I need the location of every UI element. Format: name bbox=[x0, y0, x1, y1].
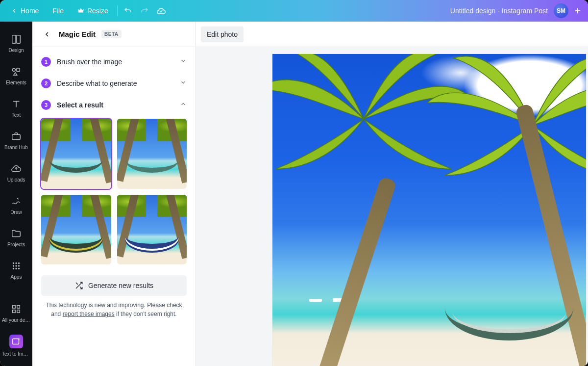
redo-button[interactable] bbox=[136, 2, 153, 19]
step-select-result[interactable]: 3 Select a result bbox=[41, 94, 187, 116]
avatar[interactable]: SM bbox=[554, 3, 568, 18]
result-2[interactable] bbox=[117, 119, 187, 189]
svg-rect-19 bbox=[17, 310, 20, 313]
panel-title: Magic Edit bbox=[59, 30, 96, 38]
result-1[interactable] bbox=[41, 119, 111, 189]
step-label: Select a result bbox=[57, 101, 174, 109]
step-describe[interactable]: 2 Describe what to generate bbox=[41, 73, 187, 94]
plus-icon bbox=[573, 6, 582, 15]
svg-point-7 bbox=[13, 262, 14, 263]
nav-brand-hub[interactable]: Brand Hub bbox=[0, 125, 32, 156]
nav-label: Projects bbox=[1, 242, 31, 247]
sparkle-image-icon bbox=[11, 336, 22, 347]
report-images-link[interactable]: report these images bbox=[63, 311, 115, 317]
canvas-toolbar: Edit photo bbox=[196, 22, 588, 47]
step-number: 2 bbox=[41, 78, 51, 88]
briefcase-icon bbox=[11, 131, 22, 142]
home-button[interactable]: Home bbox=[4, 0, 46, 22]
crown-icon bbox=[77, 7, 84, 14]
nav-label: Design bbox=[1, 48, 31, 53]
beta-badge: BETA bbox=[101, 30, 121, 38]
boats-decoration bbox=[297, 300, 492, 301]
chevron-down-icon bbox=[180, 57, 187, 66]
nav-label: All your desi... bbox=[1, 317, 31, 323]
nav-draw[interactable]: Draw bbox=[0, 189, 32, 221]
magic-edit-panel: Magic Edit BETA 1 Brush over the image 2… bbox=[32, 22, 196, 366]
nav-uploads[interactable]: Uploads bbox=[0, 157, 32, 188]
panel-header: Magic Edit BETA bbox=[32, 22, 196, 47]
resize-menu[interactable]: Resize bbox=[71, 0, 115, 22]
add-collaborator-button[interactable] bbox=[571, 4, 584, 17]
step-brush[interactable]: 1 Brush over the image bbox=[41, 51, 187, 73]
disclaimer-text-b: if they don't seem right. bbox=[115, 311, 177, 317]
svg-point-9 bbox=[18, 262, 20, 263]
svg-point-10 bbox=[13, 265, 14, 266]
nav-label: Brand Hub bbox=[1, 145, 31, 150]
grid-icon bbox=[11, 304, 22, 314]
result-3[interactable] bbox=[41, 195, 111, 265]
svg-rect-20 bbox=[13, 339, 19, 344]
shapes-icon bbox=[11, 66, 22, 77]
svg-rect-18 bbox=[13, 310, 16, 313]
stage[interactable] bbox=[196, 47, 588, 366]
nav-elements[interactable]: Elements bbox=[0, 60, 32, 91]
svg-point-15 bbox=[18, 267, 20, 269]
result-4[interactable] bbox=[117, 195, 187, 265]
svg-point-8 bbox=[15, 262, 17, 263]
file-label: File bbox=[52, 7, 64, 15]
apps-grid-icon bbox=[11, 261, 22, 271]
chevron-down-icon bbox=[180, 79, 187, 88]
folder-icon bbox=[11, 228, 22, 239]
generate-new-results-button[interactable]: Generate new results bbox=[41, 275, 187, 296]
nav-projects[interactable]: Projects bbox=[0, 222, 32, 253]
cloud-sync-button[interactable] bbox=[153, 2, 170, 19]
undo-icon bbox=[123, 6, 132, 15]
step-number: 1 bbox=[41, 57, 51, 67]
nav-label: Uploads bbox=[1, 177, 31, 183]
canvas-area: Edit photo bbox=[196, 22, 588, 366]
svg-rect-17 bbox=[17, 305, 20, 308]
svg-point-14 bbox=[15, 267, 17, 269]
text-icon bbox=[11, 99, 22, 109]
chevron-up-icon bbox=[180, 101, 187, 109]
nav-text-to-image[interactable]: Text to Image bbox=[0, 330, 32, 361]
svg-point-4 bbox=[12, 68, 15, 71]
results-grid bbox=[32, 116, 196, 264]
cloud-upload-icon bbox=[11, 163, 22, 174]
top-bar: Home File Resize Untitled design - Insta… bbox=[0, 0, 588, 22]
nav-label: Apps bbox=[1, 274, 31, 280]
avatar-initials: SM bbox=[557, 7, 565, 14]
palm-fronds-right bbox=[423, 54, 586, 220]
undo-button[interactable] bbox=[120, 2, 136, 19]
nav-text[interactable]: Text bbox=[0, 92, 32, 124]
step-label: Brush over the image bbox=[57, 58, 174, 66]
step-number: 3 bbox=[41, 100, 51, 110]
redo-icon bbox=[140, 6, 149, 15]
nav-label: Elements bbox=[1, 80, 31, 85]
file-menu[interactable]: File bbox=[46, 0, 71, 22]
svg-rect-2 bbox=[12, 35, 16, 43]
edit-photo-button[interactable]: Edit photo bbox=[201, 26, 244, 42]
home-label: Home bbox=[21, 7, 39, 15]
hammock bbox=[445, 305, 573, 343]
edit-photo-label: Edit photo bbox=[207, 30, 238, 38]
nav-design[interactable]: Design bbox=[0, 27, 32, 59]
disclaimer: This technology is new and improving. Pl… bbox=[32, 301, 196, 326]
layout-icon bbox=[11, 34, 22, 45]
nav-all-your-designs[interactable]: All your desi... bbox=[0, 297, 32, 329]
nav-apps[interactable]: Apps bbox=[0, 254, 32, 286]
generate-label: Generate new results bbox=[88, 282, 153, 289]
step-label: Describe what to generate bbox=[57, 79, 174, 87]
design-title[interactable]: Untitled design - Instagram Post bbox=[450, 7, 554, 15]
shuffle-icon bbox=[74, 281, 83, 290]
svg-point-11 bbox=[15, 265, 17, 266]
cloud-check-icon bbox=[156, 6, 166, 16]
back-button[interactable] bbox=[41, 28, 53, 40]
svg-rect-6 bbox=[12, 134, 21, 139]
svg-rect-16 bbox=[13, 305, 16, 308]
design-canvas[interactable] bbox=[272, 54, 586, 366]
resize-label: Resize bbox=[87, 7, 108, 15]
divider bbox=[117, 5, 118, 16]
side-nav: Design Elements Text Brand Hub Uploads D… bbox=[0, 22, 32, 366]
chevron-left-icon bbox=[11, 7, 18, 14]
